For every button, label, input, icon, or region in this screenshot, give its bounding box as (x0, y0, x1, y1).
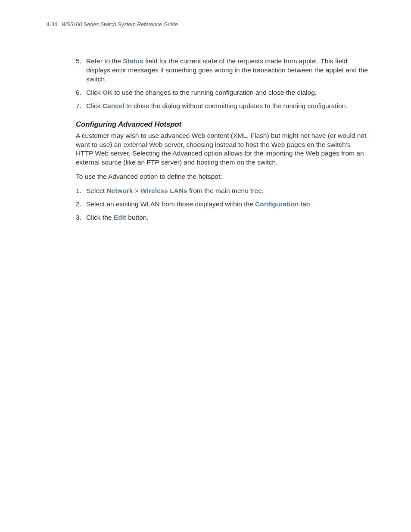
ui-keyword: Edit (114, 214, 126, 221)
ui-keyword: Configuration (255, 200, 299, 208)
ui-keyword: OK (103, 89, 112, 96)
step-number: 5. (76, 57, 81, 66)
step-text: > (133, 187, 141, 194)
section-heading: Configuring Advanced Hotspot (76, 120, 368, 129)
page-chapter-number: 4-34 (47, 22, 57, 28)
step-body: Click OK to use the changes to the runni… (84, 88, 368, 97)
step-text: from the main menu tree. (187, 187, 264, 194)
step-body: Click Cancel to close the dialog without… (84, 102, 368, 111)
step-body: Select Network > Wireless LANs from the … (84, 187, 368, 196)
step-text: to use the changes to the running config… (112, 89, 317, 96)
running-header: 4-34 WS5100 Series Switch System Referen… (47, 22, 368, 28)
step-text: Select an existing WLAN from those displ… (86, 200, 255, 208)
step-number: 1. (76, 187, 81, 196)
step-text: Select (86, 187, 106, 194)
paragraph: A customer may wish to use advanced Web … (76, 131, 368, 168)
step-item: 1. Select Network > Wireless LANs from t… (76, 187, 368, 196)
step-item: 7. Click Cancel to close the dialog with… (76, 102, 368, 111)
ui-keyword: Cancel (103, 102, 125, 109)
step-body: Click the Edit button. (84, 213, 368, 222)
step-text: Click the (86, 214, 114, 221)
step-body: Select an existing WLAN from those displ… (84, 200, 368, 209)
step-text: button. (126, 214, 149, 221)
document-title: WS5100 Series Switch System Reference Gu… (62, 22, 178, 28)
ui-keyword: Status (123, 57, 143, 65)
step-text: Click (86, 89, 103, 96)
step-number: 2. (76, 200, 81, 209)
step-text: to close the dialog without committing u… (125, 102, 348, 109)
page-content: 5. Refer to the Status field for the cur… (76, 57, 368, 222)
ui-keyword: Wireless LANs (140, 187, 187, 194)
step-body: Refer to the Status field for the curren… (84, 57, 368, 84)
ui-keyword: Network (106, 187, 133, 194)
step-number: 7. (76, 102, 81, 111)
step-item: 2. Select an existing WLAN from those di… (76, 200, 368, 209)
step-number: 6. (76, 88, 81, 97)
steps-list: 1. Select Network > Wireless LANs from t… (76, 187, 368, 222)
paragraph: To use the Advanced option to define the… (76, 172, 368, 181)
step-number: 3. (76, 213, 81, 222)
step-item: 3. Click the Edit button. (76, 213, 368, 222)
steps-list-continued: 5. Refer to the Status field for the cur… (76, 57, 368, 111)
step-item: 5. Refer to the Status field for the cur… (76, 57, 368, 84)
step-text: Click (86, 102, 103, 109)
step-item: 6. Click OK to use the changes to the ru… (76, 88, 368, 97)
document-page: 4-34 WS5100 Series Switch System Referen… (0, 0, 411, 252)
step-text: tab. (299, 200, 312, 208)
step-text: Refer to the (86, 57, 123, 65)
